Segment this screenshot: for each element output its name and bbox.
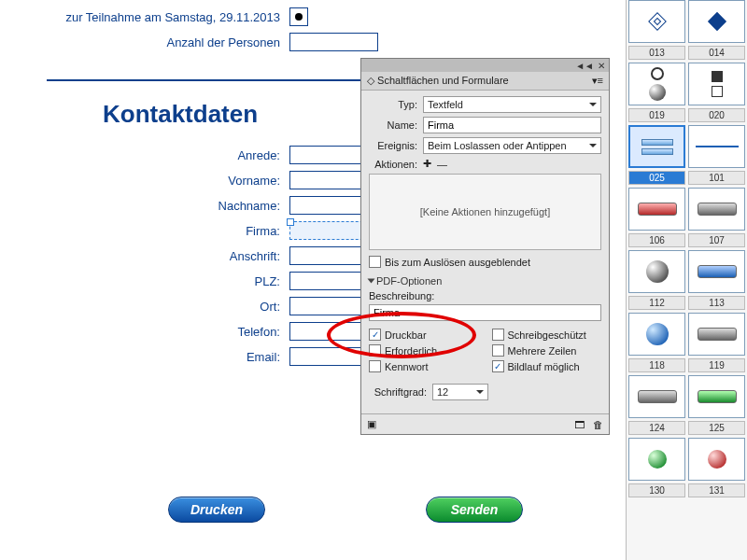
lib-item-113[interactable] — [688, 250, 745, 293]
lib-item-119[interactable] — [688, 313, 745, 356]
schriftgrad-label: Schriftgrad: — [369, 386, 432, 398]
convert-icon[interactable]: 🗖 — [574, 419, 585, 430]
cb-kennwort[interactable]: Kennwort — [369, 360, 479, 372]
label-email: Email: — [0, 350, 289, 364]
lib-label: 020 — [688, 108, 745, 122]
lib-item-124[interactable] — [628, 375, 685, 418]
action-remove-icon[interactable]: — — [437, 159, 447, 170]
cb-erforderlich[interactable]: Erforderlich — [369, 344, 479, 357]
pdf-options-toggle[interactable]: PDF-Optionen — [369, 275, 601, 287]
lib-label: 112 — [628, 296, 685, 310]
trash-icon[interactable]: 🗑 — [593, 419, 603, 430]
lib-label: 014 — [688, 46, 745, 60]
ereignis-select[interactable]: Beim Loslassen oder Antippen — [423, 137, 601, 154]
label-anrede: Anrede: — [0, 148, 289, 162]
lib-label: 013 — [628, 46, 685, 60]
lib-item-112[interactable] — [628, 250, 685, 293]
cb-mehrere-zeilen[interactable]: Mehrere Zeilen — [492, 344, 602, 357]
label-anschrift: Anschrift: — [0, 249, 289, 263]
lib-label: 107 — [688, 233, 745, 247]
beschreibung-label: Beschreibung: — [369, 290, 601, 301]
participation-label: zur Teilnahme am Samstag, 29.11.2013 — [0, 10, 289, 24]
button-library: 013 014 019 020 025 101 106 107 112 113 — [626, 0, 747, 560]
lib-item-106[interactable] — [628, 188, 685, 231]
actions-list[interactable]: [Keine Aktionen hinzugefügt] — [369, 174, 601, 250]
cb-bildlauf[interactable]: ✓Bildlauf möglich — [492, 360, 602, 372]
lib-item-118[interactable] — [628, 313, 685, 356]
lib-item-107[interactable] — [688, 188, 745, 231]
lib-item-014[interactable] — [688, 0, 745, 43]
action-add-icon[interactable]: ✚ — [423, 158, 431, 170]
panel-tab[interactable]: ◇ Schaltflächen und Formulare ▾≡ — [361, 72, 609, 91]
lib-item-019[interactable] — [628, 63, 685, 105]
cb-schreibgeschuetzt[interactable]: Schreibgeschützt — [492, 329, 602, 341]
panel-menu-icon[interactable]: ▾≡ — [592, 75, 603, 87]
lib-label: 130 — [628, 483, 685, 497]
lib-label: 118 — [628, 358, 685, 372]
panel-titlebar[interactable]: ◄◄ ✕ — [361, 59, 609, 72]
label-nachname: Nachname: — [0, 199, 289, 213]
persons-input[interactable] — [289, 33, 378, 51]
properties-panel: ◄◄ ✕ ◇ Schaltflächen und Formulare ▾≡ Ty… — [360, 58, 610, 435]
hide-until-trigger-check[interactable]: Bis zum Auslösen ausgeblendet — [369, 256, 601, 268]
ereignis-label: Ereignis: — [369, 140, 423, 151]
label-vorname: Vorname: — [0, 174, 289, 188]
lib-item-025[interactable] — [628, 125, 685, 168]
typ-label: Typ: — [369, 99, 423, 110]
send-button[interactable]: Senden — [426, 497, 523, 523]
label-ort: Ort: — [0, 300, 289, 314]
panel-collapse-icon[interactable]: ◄◄ — [575, 61, 594, 71]
lib-label: 106 — [628, 233, 685, 247]
print-button[interactable]: Drucken — [168, 497, 265, 523]
lib-label: 101 — [688, 171, 745, 185]
cb-druckbar[interactable]: ✓Druckbar — [369, 329, 479, 341]
lib-label: 113 — [688, 296, 745, 310]
lib-label: 019 — [628, 108, 685, 122]
name-label: Name: — [369, 119, 423, 131]
persons-label: Anzahl der Personen — [0, 35, 289, 49]
lib-item-125[interactable] — [688, 375, 745, 418]
schriftgrad-select[interactable]: 12 — [432, 384, 488, 400]
label-plz: PLZ: — [0, 274, 289, 288]
lib-item-101[interactable] — [688, 125, 745, 168]
aktionen-label: Aktionen: — [369, 159, 423, 170]
label-telefon: Telefon: — [0, 325, 289, 339]
lib-item-013[interactable] — [628, 0, 685, 43]
label-firma: Firma: — [0, 224, 289, 238]
typ-select[interactable]: Textfeld — [423, 96, 601, 113]
lib-label: 119 — [688, 358, 745, 372]
name-input[interactable] — [423, 117, 601, 133]
lib-label: 124 — [628, 421, 685, 435]
lib-item-131[interactable] — [688, 438, 745, 481]
lib-label: 125 — [688, 421, 745, 435]
participation-checkbox[interactable] — [289, 7, 308, 26]
preview-icon[interactable]: ▣ — [367, 418, 376, 430]
beschreibung-input[interactable] — [369, 304, 601, 321]
lib-label: 025 — [628, 171, 685, 185]
lib-item-020[interactable] — [688, 63, 745, 105]
panel-close-icon[interactable]: ✕ — [598, 61, 605, 71]
lib-item-130[interactable] — [628, 438, 685, 481]
lib-label: 131 — [688, 483, 745, 497]
